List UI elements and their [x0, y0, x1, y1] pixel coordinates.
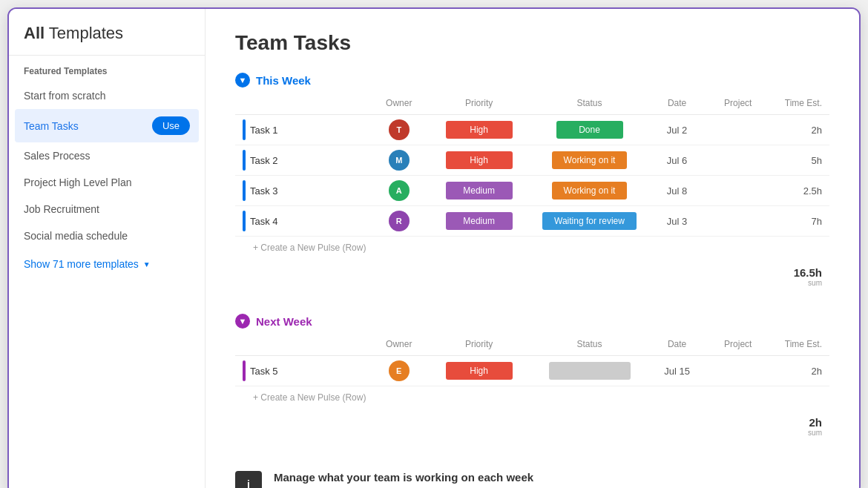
project-cell — [708, 145, 769, 176]
col-project-nw: Project — [708, 333, 769, 356]
group-color-bar — [243, 211, 246, 231]
sidebar-item-label: Social media schedule — [24, 230, 128, 242]
project-cell — [708, 176, 769, 206]
sidebar-item-sales-process[interactable]: Sales Process — [9, 142, 205, 169]
group-next-week: ▼ Next Week Owner Priority Status Date P… — [235, 314, 829, 441]
project-cell — [708, 115, 769, 145]
create-pulse-next-week[interactable]: + Create a New Pulse (Row) — [235, 386, 829, 409]
table-row[interactable]: Task 3 A Medium Working on it Jul 8 2.5h — [235, 176, 829, 206]
table-row[interactable]: Task 1 T High Done Jul 2 2h — [235, 115, 829, 145]
sum-row-this-week: 16.5h sum — [235, 262, 829, 291]
sidebar-item-label: Sales Process — [24, 150, 90, 162]
title-rest: Templates — [45, 24, 123, 42]
sum-box-this-week: 16.5h sum — [794, 266, 822, 287]
info-section: i Manage what your team is working on ea… — [235, 464, 829, 488]
table-row[interactable]: Task 2 M High Working on it Jul 6 5h — [235, 145, 829, 176]
show-more-button[interactable]: Show 71 more templates ▼ — [9, 249, 205, 279]
table-row[interactable]: Task 5 E High Jul 15 2h — [235, 356, 829, 386]
title-all: All — [24, 24, 45, 42]
col-owner-nw: Owner — [372, 333, 426, 356]
avatar: T — [389, 119, 410, 140]
group-name-next-week: Next Week — [256, 315, 312, 328]
sum-value-next-week: 2h — [808, 416, 822, 429]
priority-cell: High — [426, 145, 533, 176]
date-cell: Jul 8 — [647, 176, 708, 206]
priority-cell: High — [426, 356, 533, 386]
col-priority-nw: Priority — [426, 333, 533, 356]
col-owner: Owner — [372, 92, 426, 115]
avatar: E — [389, 360, 410, 381]
priority-badge: Medium — [446, 182, 513, 200]
sum-box-next-week: 2h sum — [808, 416, 822, 437]
col-priority: Priority — [426, 92, 533, 115]
status-badge: Done — [556, 121, 623, 139]
sidebar-item-label: Start from scratch — [24, 90, 105, 102]
group-color-bar — [243, 150, 246, 171]
group-toggle-this-week[interactable]: ▼ — [235, 73, 250, 88]
status-cell — [532, 356, 646, 386]
timeest-cell: 2h — [769, 115, 829, 145]
sidebar-item-start-from-scratch[interactable]: Start from scratch — [9, 82, 205, 109]
project-cell — [708, 206, 769, 237]
sidebar-item-team-tasks[interactable]: Team Tasks Use — [15, 109, 199, 142]
owner-cell: T — [372, 115, 426, 145]
info-icon: i — [235, 471, 262, 488]
create-pulse-this-week[interactable]: + Create a New Pulse (Row) — [235, 237, 829, 259]
table-row[interactable]: Task 4 R Medium Waiting for review Jul 3… — [235, 206, 829, 237]
task-name: Task 2 — [250, 155, 278, 166]
timeest-cell: 2.5h — [769, 176, 829, 206]
sum-label-next-week: sum — [808, 429, 822, 437]
date-cell: Jul 6 — [647, 145, 708, 176]
sidebar-item-label: Project High Level Plan — [24, 177, 132, 188]
date-cell: Jul 15 — [647, 356, 708, 386]
sidebar: All Templates Featured Templates Start f… — [9, 9, 206, 488]
sum-row-next-week: 2h sum — [235, 412, 829, 441]
owner-cell: A — [372, 176, 426, 206]
info-text: Manage what your team is working on each… — [274, 471, 533, 488]
sidebar-item-job-recruitment[interactable]: Job Recruitment — [9, 196, 205, 222]
status-cell: Done — [532, 115, 646, 145]
group-toggle-next-week[interactable]: ▼ — [235, 314, 250, 329]
group-this-week: ▼ This Week Owner Priority Status Date P… — [235, 73, 829, 291]
create-pulse-label: + Create a New Pulse (Row) — [253, 243, 366, 253]
priority-cell: High — [426, 115, 533, 145]
main-content: Team Tasks ▼ This Week Owner Priority St… — [206, 9, 859, 488]
chevron-down-icon: ▼ — [143, 260, 151, 268]
task-name-cell: Task 4 — [235, 206, 372, 237]
col-timeest: Time Est. — [769, 92, 829, 115]
status-badge: Working on it — [552, 151, 628, 169]
status-badge — [549, 362, 631, 380]
priority-cell: Medium — [426, 206, 533, 237]
sidebar-item-social-media[interactable]: Social media schedule — [9, 222, 205, 249]
task-name: Task 3 — [250, 185, 278, 197]
status-badge: Waiting for review — [542, 212, 637, 230]
sidebar-item-label: Job Recruitment — [24, 203, 99, 215]
page-title: Team Tasks — [235, 31, 829, 55]
col-status-nw: Status — [532, 333, 646, 356]
col-task-name — [235, 92, 372, 115]
group-name-this-week: This Week — [256, 74, 311, 87]
priority-badge: High — [446, 151, 513, 169]
priority-cell: Medium — [426, 176, 533, 206]
date-cell: Jul 3 — [647, 206, 708, 237]
priority-badge: High — [446, 121, 513, 139]
sidebar-item-label: Team Tasks — [24, 120, 79, 132]
sum-value-this-week: 16.5h — [794, 266, 822, 279]
task-name-cell: Task 1 — [235, 115, 372, 145]
col-timeest-nw: Time Est. — [769, 333, 829, 356]
sidebar-item-project-high-level[interactable]: Project High Level Plan — [9, 169, 205, 196]
status-cell: Working on it — [532, 176, 646, 206]
show-more-label: Show 71 more templates — [24, 258, 139, 270]
col-project: Project — [708, 92, 769, 115]
date-cell: Jul 2 — [647, 115, 708, 145]
priority-badge: High — [446, 362, 513, 380]
task-name-cell: Task 2 — [235, 145, 372, 176]
task-table-next-week: Owner Priority Status Date Project Time … — [235, 333, 829, 386]
use-button[interactable]: Use — [152, 116, 190, 135]
col-status: Status — [532, 92, 646, 115]
group-color-bar — [243, 360, 246, 381]
group-color-bar — [243, 119, 246, 140]
task-name: Task 1 — [250, 125, 278, 136]
task-name: Task 4 — [250, 216, 278, 227]
group-header-this-week: ▼ This Week — [235, 73, 829, 88]
